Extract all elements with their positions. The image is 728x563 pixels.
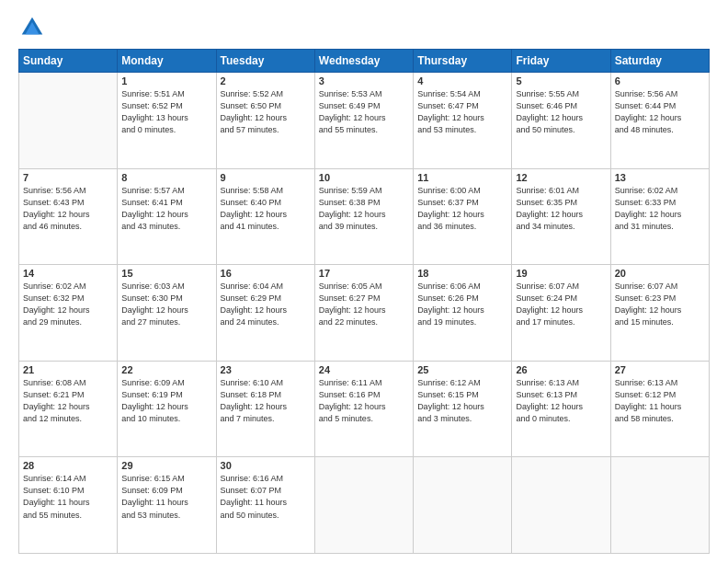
logo xyxy=(18,14,50,41)
day-number: 23 xyxy=(221,364,311,375)
day-number: 12 xyxy=(516,172,606,183)
calendar-cell: 1Sunrise: 5:51 AM Sunset: 6:52 PM Daylig… xyxy=(118,73,216,169)
weekday-header-sunday: Sunday xyxy=(19,50,118,73)
calendar-cell: 17Sunrise: 6:05 AM Sunset: 6:27 PM Dayli… xyxy=(314,265,413,362)
calendar-cell: 26Sunrise: 6:13 AM Sunset: 6:13 PM Dayli… xyxy=(512,361,610,457)
calendar-cell: 3Sunrise: 5:53 AM Sunset: 6:49 PM Daylig… xyxy=(314,73,413,169)
calendar-cell xyxy=(610,457,709,554)
day-number: 20 xyxy=(615,268,705,279)
calendar-cell: 6Sunrise: 5:56 AM Sunset: 6:44 PM Daylig… xyxy=(610,73,709,169)
day-number: 27 xyxy=(615,364,705,375)
calendar-cell: 29Sunrise: 6:15 AM Sunset: 6:09 PM Dayli… xyxy=(118,457,216,554)
day-info: Sunrise: 5:56 AM Sunset: 6:43 PM Dayligh… xyxy=(23,185,113,233)
calendar-cell: 19Sunrise: 6:07 AM Sunset: 6:24 PM Dayli… xyxy=(512,265,610,362)
day-number: 21 xyxy=(23,364,113,375)
day-info: Sunrise: 6:01 AM Sunset: 6:35 PM Dayligh… xyxy=(516,185,606,233)
calendar-cell: 23Sunrise: 6:10 AM Sunset: 6:18 PM Dayli… xyxy=(216,361,314,457)
day-info: Sunrise: 6:05 AM Sunset: 6:27 PM Dayligh… xyxy=(319,281,409,328)
day-number: 13 xyxy=(615,172,705,183)
day-number: 4 xyxy=(417,75,507,86)
day-info: Sunrise: 6:13 AM Sunset: 6:13 PM Dayligh… xyxy=(516,377,606,425)
day-info: Sunrise: 6:13 AM Sunset: 6:12 PM Dayligh… xyxy=(615,377,705,425)
weekday-header-row: SundayMondayTuesdayWednesdayThursdayFrid… xyxy=(19,50,710,73)
day-info: Sunrise: 6:04 AM Sunset: 6:29 PM Dayligh… xyxy=(221,281,311,328)
day-info: Sunrise: 6:09 AM Sunset: 6:19 PM Dayligh… xyxy=(121,377,211,425)
weekday-header-wednesday: Wednesday xyxy=(314,50,413,73)
day-info: Sunrise: 6:08 AM Sunset: 6:21 PM Dayligh… xyxy=(23,377,113,425)
day-info: Sunrise: 6:03 AM Sunset: 6:30 PM Dayligh… xyxy=(121,281,211,328)
day-number: 16 xyxy=(221,268,311,279)
calendar-cell: 15Sunrise: 6:03 AM Sunset: 6:30 PM Dayli… xyxy=(118,265,216,362)
weekday-header-monday: Monday xyxy=(118,50,216,73)
day-number: 26 xyxy=(516,364,606,375)
day-number: 30 xyxy=(221,460,311,471)
calendar-cell: 12Sunrise: 6:01 AM Sunset: 6:35 PM Dayli… xyxy=(512,168,610,265)
day-info: Sunrise: 5:54 AM Sunset: 6:47 PM Dayligh… xyxy=(417,88,507,136)
day-info: Sunrise: 6:11 AM Sunset: 6:16 PM Dayligh… xyxy=(319,377,409,425)
day-info: Sunrise: 5:52 AM Sunset: 6:50 PM Dayligh… xyxy=(221,88,311,136)
weekday-header-thursday: Thursday xyxy=(414,50,512,73)
calendar-cell xyxy=(512,457,610,554)
calendar-cell: 7Sunrise: 5:56 AM Sunset: 6:43 PM Daylig… xyxy=(19,168,118,265)
day-number: 9 xyxy=(221,172,311,183)
day-info: Sunrise: 5:57 AM Sunset: 6:41 PM Dayligh… xyxy=(121,185,211,233)
day-info: Sunrise: 6:07 AM Sunset: 6:24 PM Dayligh… xyxy=(516,281,606,328)
week-row-1: 1Sunrise: 5:51 AM Sunset: 6:52 PM Daylig… xyxy=(19,73,710,169)
calendar-cell xyxy=(314,457,413,554)
week-row-3: 14Sunrise: 6:02 AM Sunset: 6:32 PM Dayli… xyxy=(19,265,710,362)
day-number: 18 xyxy=(417,268,507,279)
calendar-cell: 27Sunrise: 6:13 AM Sunset: 6:12 PM Dayli… xyxy=(610,361,709,457)
calendar-cell xyxy=(414,457,512,554)
calendar-cell: 20Sunrise: 6:07 AM Sunset: 6:23 PM Dayli… xyxy=(610,265,709,362)
day-info: Sunrise: 6:07 AM Sunset: 6:23 PM Dayligh… xyxy=(615,281,705,328)
calendar-cell: 16Sunrise: 6:04 AM Sunset: 6:29 PM Dayli… xyxy=(216,265,314,362)
day-info: Sunrise: 6:15 AM Sunset: 6:09 PM Dayligh… xyxy=(121,473,211,521)
day-number: 11 xyxy=(417,172,507,183)
page: SundayMondayTuesdayWednesdayThursdayFrid… xyxy=(0,0,728,563)
week-row-5: 28Sunrise: 6:14 AM Sunset: 6:10 PM Dayli… xyxy=(19,457,710,554)
day-info: Sunrise: 6:02 AM Sunset: 6:32 PM Dayligh… xyxy=(23,281,113,328)
calendar-table: SundayMondayTuesdayWednesdayThursdayFrid… xyxy=(18,49,710,554)
day-number: 17 xyxy=(319,268,409,279)
day-number: 3 xyxy=(319,75,409,86)
day-info: Sunrise: 5:58 AM Sunset: 6:40 PM Dayligh… xyxy=(221,185,311,233)
day-number: 28 xyxy=(23,460,113,471)
day-info: Sunrise: 5:56 AM Sunset: 6:44 PM Dayligh… xyxy=(615,88,705,136)
day-info: Sunrise: 5:59 AM Sunset: 6:38 PM Dayligh… xyxy=(319,185,409,233)
day-number: 10 xyxy=(319,172,409,183)
day-number: 7 xyxy=(23,172,113,183)
weekday-header-saturday: Saturday xyxy=(610,50,709,73)
day-number: 8 xyxy=(121,172,211,183)
calendar-cell: 10Sunrise: 5:59 AM Sunset: 6:38 PM Dayli… xyxy=(314,168,413,265)
calendar-cell xyxy=(19,73,118,169)
calendar-cell: 2Sunrise: 5:52 AM Sunset: 6:50 PM Daylig… xyxy=(216,73,314,169)
day-number: 15 xyxy=(121,268,211,279)
calendar-cell: 14Sunrise: 6:02 AM Sunset: 6:32 PM Dayli… xyxy=(19,265,118,362)
calendar-cell: 18Sunrise: 6:06 AM Sunset: 6:26 PM Dayli… xyxy=(414,265,512,362)
day-number: 6 xyxy=(615,75,705,86)
weekday-header-tuesday: Tuesday xyxy=(216,50,314,73)
day-info: Sunrise: 6:02 AM Sunset: 6:33 PM Dayligh… xyxy=(615,185,705,233)
day-info: Sunrise: 6:16 AM Sunset: 6:07 PM Dayligh… xyxy=(221,473,311,521)
day-number: 22 xyxy=(121,364,211,375)
day-info: Sunrise: 5:53 AM Sunset: 6:49 PM Dayligh… xyxy=(319,88,409,136)
calendar-cell: 25Sunrise: 6:12 AM Sunset: 6:15 PM Dayli… xyxy=(414,361,512,457)
day-info: Sunrise: 6:00 AM Sunset: 6:37 PM Dayligh… xyxy=(417,185,507,233)
header xyxy=(18,14,710,41)
calendar-cell: 22Sunrise: 6:09 AM Sunset: 6:19 PM Dayli… xyxy=(118,361,216,457)
calendar-cell: 9Sunrise: 5:58 AM Sunset: 6:40 PM Daylig… xyxy=(216,168,314,265)
day-number: 19 xyxy=(516,268,606,279)
day-number: 24 xyxy=(319,364,409,375)
calendar-cell: 11Sunrise: 6:00 AM Sunset: 6:37 PM Dayli… xyxy=(414,168,512,265)
day-info: Sunrise: 6:10 AM Sunset: 6:18 PM Dayligh… xyxy=(221,377,311,425)
calendar-cell: 24Sunrise: 6:11 AM Sunset: 6:16 PM Dayli… xyxy=(314,361,413,457)
weekday-header-friday: Friday xyxy=(512,50,610,73)
day-number: 1 xyxy=(121,75,211,86)
calendar-cell: 5Sunrise: 5:55 AM Sunset: 6:46 PM Daylig… xyxy=(512,73,610,169)
day-info: Sunrise: 6:12 AM Sunset: 6:15 PM Dayligh… xyxy=(417,377,507,425)
day-number: 2 xyxy=(221,75,311,86)
calendar-cell: 8Sunrise: 5:57 AM Sunset: 6:41 PM Daylig… xyxy=(118,168,216,265)
day-info: Sunrise: 6:14 AM Sunset: 6:10 PM Dayligh… xyxy=(23,473,113,521)
day-number: 29 xyxy=(121,460,211,471)
week-row-2: 7Sunrise: 5:56 AM Sunset: 6:43 PM Daylig… xyxy=(19,168,710,265)
